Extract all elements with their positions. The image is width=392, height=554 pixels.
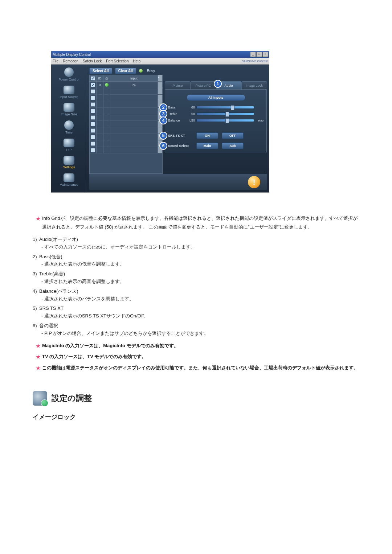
slider-thumb[interactable] (231, 105, 234, 110)
pip-icon (64, 139, 74, 147)
tab-picture-pc[interactable]: Picture PC (190, 81, 216, 89)
sidebar-item-power-control[interactable]: Power Control (51, 67, 87, 85)
slider-value: 50 (185, 112, 195, 116)
tab-picture[interactable]: Picture (165, 81, 191, 89)
sidebar-item-maintenance[interactable]: Maintenance (51, 173, 87, 190)
select-all-button[interactable]: Select All (89, 68, 112, 74)
list-item: 1)Audio(オーディオ) - すべての入力ソースのために、オーディオ設定をコ… (33, 236, 359, 251)
star-icon: ★ (36, 216, 41, 222)
busy-icon (139, 69, 143, 73)
list-item: 6)音の選択 - PIP がオンの場合、メインまたはサブのどちらかを選択すること… (33, 322, 359, 337)
row-checkbox[interactable] (91, 83, 95, 87)
list-item: 4)Balance(バランス) - 選択された表示のバランスを調整します。 (33, 288, 359, 303)
option-off-button[interactable]: OFF (222, 132, 244, 139)
row-checkbox[interactable] (91, 115, 95, 120)
slider-balance: 4 Balance L50 R50 (168, 119, 264, 122)
slider-label: Balance (168, 119, 185, 122)
alert-icon: ! (248, 176, 260, 188)
image-size-icon (64, 103, 74, 112)
option-on-button[interactable]: ON (196, 132, 218, 139)
sidebar-item-input-source[interactable]: Input Source (51, 85, 87, 102)
scroll-up-icon[interactable]: ▴ (158, 75, 162, 81)
option-main-button[interactable]: Main (196, 143, 218, 149)
table-row[interactable] (90, 140, 162, 147)
menu-file[interactable]: File (53, 59, 58, 63)
table-row[interactable]: 0 PC (90, 82, 162, 88)
note-tv: ★TV の入力ソースは、TV モデルでのみ有効です。 (39, 353, 359, 362)
section-header: 設定の調整 (33, 391, 359, 406)
menu-help[interactable]: Help (133, 59, 140, 63)
row-checkbox[interactable] (91, 102, 95, 107)
numbered-list: 1)Audio(オーディオ) - すべての入力ソースのために、オーディオ設定をコ… (33, 236, 359, 337)
table-row[interactable] (90, 88, 162, 95)
slider-thumb[interactable] (225, 118, 229, 123)
star-icon: ★ (36, 354, 41, 360)
list-item: 3)Treble(高音) - 選択された表示の高音を調整します。 (33, 270, 359, 286)
subsection-title: イメージロック (33, 413, 359, 421)
window-title: Multiple Display Control (53, 53, 91, 57)
time-icon (64, 120, 74, 130)
row-label: Sound Select (168, 144, 196, 148)
clear-all-button[interactable]: Clear All (115, 68, 136, 74)
table-row[interactable] (90, 147, 162, 153)
row-checkbox[interactable] (91, 135, 95, 139)
brand-label: SAMSUNG DIGITall (242, 59, 268, 63)
sidebar-item-time[interactable]: Time (51, 120, 87, 138)
select-all-checkbox[interactable] (91, 76, 95, 81)
window-titlebar[interactable]: Multiple Display Control _ □ × (51, 51, 269, 58)
table-row[interactable] (90, 101, 162, 108)
all-inputs-pill[interactable]: All Inputs (187, 95, 245, 100)
row-checkbox[interactable] (91, 109, 95, 113)
power-icon (64, 67, 74, 77)
slider-track[interactable] (196, 119, 254, 122)
tab-image-lock[interactable]: Image Lock (241, 81, 267, 89)
slider-bass: 2 Bass 60 (168, 106, 264, 109)
status-dot-icon (105, 83, 109, 87)
menu-safety-lock[interactable]: Safety Lock (83, 59, 102, 63)
annotation-badge-6: 6 (159, 142, 167, 150)
settings-section-icon (33, 391, 47, 406)
row-checkbox[interactable] (91, 128, 95, 133)
table-row[interactable] (90, 121, 162, 127)
sidebar: Power Control Input Source Image Size Ti… (51, 65, 87, 192)
list-item: 5)SRS TS XT - 選択された表示のSRS TS XTサウンドのOn/O… (33, 305, 359, 320)
sidebar-item-settings[interactable]: Settings (51, 155, 87, 173)
sidebar-item-pip[interactable]: PIP (51, 138, 87, 155)
maintenance-icon (64, 173, 74, 182)
note-magicinfo: ★MagicInfo の入力ソースは、MagicInfo モデルでのみ有効です。 (39, 342, 359, 351)
footer-bar: ! (89, 174, 267, 190)
sidebar-item-image-size[interactable]: Image Size (51, 102, 87, 120)
table-row[interactable] (90, 95, 162, 101)
menu-port-selection[interactable]: Port Selection (106, 59, 128, 63)
close-icon[interactable]: × (262, 52, 268, 57)
section-title: 設定の調整 (52, 393, 92, 404)
star-icon: ★ (36, 365, 41, 371)
slider-label: Bass (168, 106, 185, 109)
row-checkbox[interactable] (91, 148, 95, 152)
maximize-icon[interactable]: □ (256, 52, 262, 57)
slider-right-label: R50 (254, 119, 264, 122)
option-sub-button[interactable]: Sub (222, 143, 244, 149)
table-row[interactable] (90, 127, 162, 134)
row-checkbox[interactable] (91, 122, 95, 126)
table-row[interactable] (90, 134, 162, 140)
row-label: SRS TS XT (168, 134, 196, 138)
slider-thumb[interactable] (225, 112, 229, 117)
minimize-icon[interactable]: _ (250, 52, 256, 57)
status-header-icon: ◎ (103, 75, 110, 81)
table-row[interactable] (90, 114, 162, 121)
slider-track[interactable] (196, 106, 254, 109)
settings-icon (64, 156, 74, 165)
slider-track[interactable] (196, 112, 254, 115)
menu-remocon[interactable]: Remocon (63, 59, 78, 63)
annotation-badge-1: 1 (214, 80, 222, 88)
note-power-status: ★この機能は電源ステータスがオンのディスプレイのみ使用可能です。また、何も選択さ… (39, 364, 359, 373)
note-info-grid: ★Info Gridが、設定の調整に必要な基本情報を表示します。各機能は選択され… (39, 214, 359, 231)
slider-label: Treble (168, 112, 185, 116)
row-checkbox[interactable] (91, 141, 95, 146)
col-input: Input (110, 75, 158, 81)
table-row[interactable] (90, 108, 162, 114)
control-panel: Picture Picture PC Audio Image Lock 1 Al… (165, 75, 267, 174)
row-checkbox[interactable] (91, 89, 95, 94)
row-checkbox[interactable] (91, 96, 95, 100)
